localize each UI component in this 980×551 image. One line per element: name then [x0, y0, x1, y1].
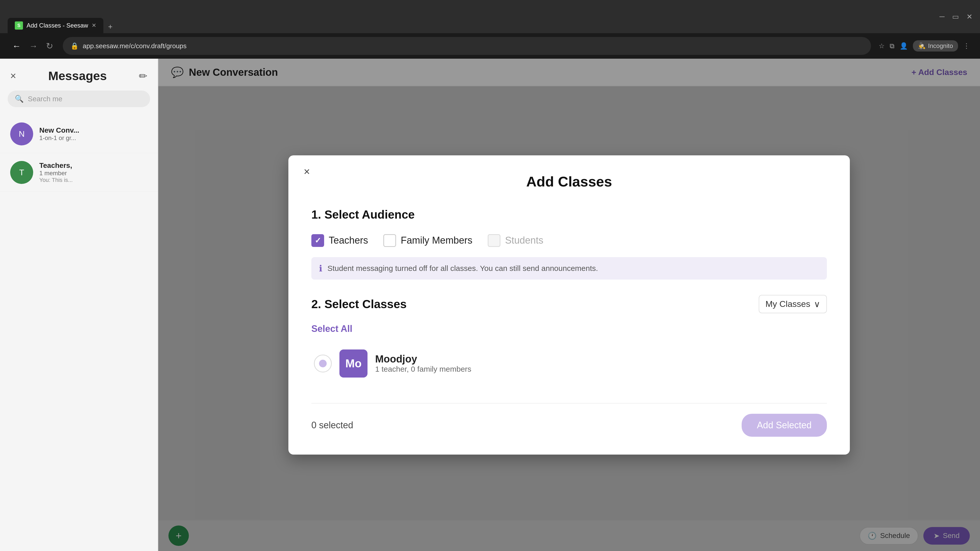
compose-icon[interactable]: ✏ [139, 70, 148, 82]
incognito-label: Incognito [928, 42, 953, 49]
add-classes-modal: × Add Classes 1. Select Audience Teacher… [288, 156, 850, 454]
section2-title: 2. Select Classes [311, 297, 407, 311]
main-area: 💬 New Conversation + Add Classes + 🕐 Sch… [158, 59, 980, 551]
sidebar-close-icon[interactable]: × [10, 70, 16, 82]
sidebar-search[interactable]: 🔍 Search me [8, 91, 150, 107]
conv-sub-2: 1 member [39, 170, 148, 177]
browser-chrome: S Add Classes - Seesaw ✕ + ─ ▭ ✕ [0, 0, 980, 33]
search-icon: 🔍 [15, 95, 24, 103]
tab-bar: S Add Classes - Seesaw ✕ + [8, 0, 116, 33]
address-bar: ← → ↻ 🔒 app.seesaw.me/c/conv.draft/group… [0, 33, 980, 59]
audience-options: Teachers Family Members Students [311, 234, 827, 247]
modal-close-button[interactable]: × [304, 165, 310, 178]
sidebar-title: Messages [48, 69, 107, 83]
sidebar-header: × Messages ✏ [0, 69, 158, 91]
conv-name-2: Teachers, [39, 162, 148, 170]
lock-icon: 🔒 [70, 42, 79, 50]
chevron-down-icon: ∨ [814, 299, 820, 309]
restore-icon[interactable]: ▭ [952, 13, 959, 21]
class-info-moodjoy: Moodjoy 1 teacher, 0 family members [375, 353, 471, 373]
selected-count: 0 selected [311, 420, 353, 430]
class-checkbox-inner [319, 360, 327, 367]
menu-icon[interactable]: ⋮ [963, 42, 970, 50]
teachers-checkbox[interactable] [311, 234, 324, 247]
navigation-controls: ← → ↻ [10, 39, 55, 53]
conversation-item-2[interactable]: T Teachers, 1 member You: This is... [0, 153, 158, 192]
class-checkbox-moodjoy[interactable] [314, 354, 332, 372]
forward-button[interactable]: → [27, 39, 40, 53]
family-members-option[interactable]: Family Members [383, 234, 473, 247]
search-placeholder: Search me [28, 95, 62, 103]
reload-button[interactable]: ↻ [44, 39, 55, 53]
section2-header: 2. Select Classes My Classes ∨ [311, 295, 827, 313]
students-label: Students [505, 235, 543, 246]
back-button[interactable]: ← [10, 39, 23, 53]
students-checkbox [488, 234, 501, 247]
conv-preview-2: You: This is... [39, 177, 148, 183]
info-icon: ℹ [319, 263, 322, 273]
tab-close-icon[interactable]: ✕ [92, 22, 96, 29]
avatar-teachers: T [10, 161, 33, 184]
incognito-badge: 🕵 Incognito [913, 40, 958, 52]
active-tab[interactable]: S Add Classes - Seesaw ✕ [8, 18, 103, 33]
teachers-label: Teachers [329, 235, 368, 246]
info-text: Student messaging turned off for all cla… [328, 264, 598, 273]
profile-icon[interactable]: 👤 [900, 42, 908, 50]
modal-footer: 0 selected Add Selected [311, 403, 827, 437]
incognito-icon: 🕵 [918, 42, 926, 49]
new-tab-button[interactable]: + [104, 21, 116, 33]
students-option: Students [488, 234, 543, 247]
extensions-icon[interactable]: ⧉ [890, 42, 894, 50]
url-box[interactable]: 🔒 app.seesaw.me/c/conv.draft/groups [63, 37, 871, 55]
family-members-checkbox[interactable] [383, 234, 396, 247]
avatar-new-conv: N [10, 122, 33, 145]
family-members-label: Family Members [401, 235, 473, 246]
my-classes-dropdown[interactable]: My Classes ∨ [759, 295, 827, 313]
modal-title: Add Classes [311, 173, 827, 190]
close-window-icon[interactable]: ✕ [966, 13, 972, 21]
class-name-moodjoy: Moodjoy [375, 353, 471, 365]
my-classes-label: My Classes [765, 299, 810, 309]
section1-title: 1. Select Audience [311, 208, 827, 221]
url-text: app.seesaw.me/c/conv.draft/groups [83, 42, 186, 50]
info-message: ℹ Student messaging turned off for all c… [311, 257, 827, 279]
browser-toolbar: ☆ ⧉ 👤 🕵 Incognito ⋮ [879, 40, 970, 52]
class-sub-moodjoy: 1 teacher, 0 family members [375, 365, 471, 373]
teachers-option[interactable]: Teachers [311, 234, 368, 247]
modal-overlay: × Add Classes 1. Select Audience Teacher… [158, 59, 980, 551]
tab-favicon: S [15, 21, 23, 30]
bookmark-icon[interactable]: ☆ [879, 42, 885, 50]
app-layout: × Messages ✏ 🔍 Search me N New Conv... 1… [0, 59, 980, 551]
minimize-icon[interactable]: ─ [939, 13, 945, 21]
window-controls: ─ ▭ ✕ [939, 13, 972, 21]
add-selected-button[interactable]: Add Selected [741, 414, 827, 437]
class-item-moodjoy[interactable]: Mo Moodjoy 1 teacher, 0 family members [311, 345, 827, 383]
conv-info-2: Teachers, 1 member You: This is... [39, 162, 148, 183]
conv-name-1: New Conv... [39, 126, 148, 135]
sidebar: × Messages ✏ 🔍 Search me N New Conv... 1… [0, 59, 158, 551]
conv-sub-1: 1-on-1 or gr... [39, 135, 148, 141]
tab-title: Add Classes - Seesaw [27, 22, 88, 29]
select-all-button[interactable]: Select All [311, 324, 352, 334]
conversation-item-1[interactable]: N New Conv... 1-on-1 or gr... [0, 115, 158, 153]
class-avatar-moodjoy: Mo [339, 349, 368, 378]
conv-info-1: New Conv... 1-on-1 or gr... [39, 126, 148, 141]
